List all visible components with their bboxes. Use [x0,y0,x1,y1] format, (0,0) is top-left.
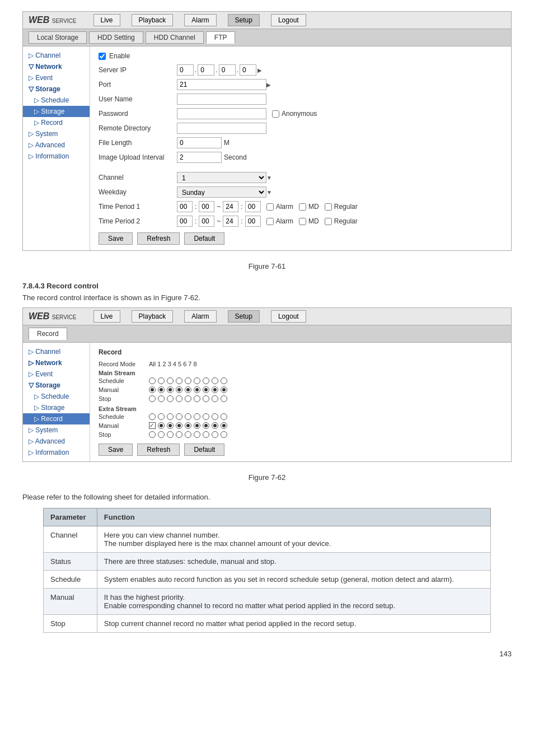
em-r7[interactable] [203,422,209,429]
sidebar2-schedule[interactable]: ▷ Schedule [23,391,90,402]
es-sched-r2[interactable] [158,413,165,420]
ms-stop-r8[interactable] [212,395,218,402]
ms-sched-r3[interactable] [167,377,174,384]
tp2-regular-checkbox[interactable] [325,218,332,225]
tp2-md-checkbox[interactable] [299,218,306,225]
mm-r1[interactable] [149,386,156,393]
tp1-alarm-checkbox[interactable] [266,203,274,211]
port-input[interactable] [177,79,266,90]
nav-setup[interactable]: Setup [228,14,260,26]
ms-stop-r6[interactable] [194,395,200,402]
default-button-1[interactable]: Default [184,232,224,245]
em-r9[interactable] [221,422,227,429]
sidebar2-event[interactable]: ▷ Event [23,368,90,380]
es-stop-r8[interactable] [212,431,218,438]
es-sched-r7[interactable] [203,413,209,420]
username-input[interactable] [177,94,266,105]
tp2-m1[interactable] [199,216,214,227]
tp1-m2[interactable] [245,201,261,212]
es-stop-r5[interactable] [185,431,191,438]
sidebar2-information[interactable]: ▷ Information [23,447,90,458]
sidebar-schedule[interactable]: ▷ Schedule [23,95,90,106]
em-r6[interactable] [194,422,200,429]
es-stop-r2[interactable] [158,431,165,438]
tp2-alarm-checkbox[interactable] [266,218,274,225]
ms-sched-r1[interactable] [149,377,156,384]
sidebar2-storage2[interactable]: ▷ Storage [23,402,90,413]
mm-r3[interactable] [167,386,174,393]
mm-r6[interactable] [194,386,200,393]
nav2-alarm[interactable]: Alarm [184,310,216,323]
nav2-setup[interactable]: Setup [228,310,260,323]
nav2-playback[interactable]: Playback [132,310,174,323]
es-stop-r3[interactable] [167,431,174,438]
es-stop-r1[interactable] [149,431,156,438]
nav2-logout[interactable]: Logout [271,310,306,323]
ms-sched-r9[interactable] [221,377,227,384]
es-stop-r9[interactable] [221,431,227,438]
tab-hdd-setting[interactable]: HDD Setting [89,31,143,44]
sidebar2-channel[interactable]: ▷ Channel [23,346,90,357]
em-r8[interactable] [212,422,218,429]
nav-live[interactable]: Live [93,14,120,26]
mm-r2[interactable] [158,386,165,393]
weekday-select[interactable]: Sunday [177,186,266,198]
ip-field-2[interactable] [198,64,214,76]
tp1-regular-checkbox[interactable] [325,203,332,211]
ms-sched-r8[interactable] [212,377,218,384]
tp1-md-checkbox[interactable] [299,203,306,211]
remote-dir-input[interactable] [177,123,266,134]
tp1-h2[interactable] [223,201,238,212]
password-input[interactable] [177,108,266,119]
sidebar2-network[interactable]: ▷ Network [23,357,90,368]
tp1-h1[interactable] [177,201,193,212]
em-r5[interactable] [185,422,191,429]
sidebar-record[interactable]: ▷ Record [23,117,90,128]
image-upload-input[interactable] [177,152,222,163]
channel-select[interactable]: 1 [177,172,266,183]
sidebar-channel[interactable]: ▷ Channel [23,50,90,61]
mm-r5[interactable] [185,386,191,393]
tab-hdd-channel[interactable]: HDD Channel [146,31,204,44]
mm-r7[interactable] [203,386,209,393]
em-r1[interactable] [149,422,156,429]
ms-sched-r5[interactable] [185,377,191,384]
ip-field-1[interactable] [177,64,194,76]
mm-r8[interactable] [212,386,218,393]
sidebar2-system[interactable]: ▷ System [23,424,90,436]
tp2-h1[interactable] [177,216,193,227]
em-r2[interactable] [158,422,165,429]
em-r3[interactable] [167,422,174,429]
tp2-h2[interactable] [223,216,238,227]
sidebar-storage2[interactable]: ▷ Storage [23,106,90,117]
sidebar2-advanced[interactable]: ▷ Advanced [23,436,90,447]
nav-alarm[interactable]: Alarm [184,14,216,26]
sidebar-system[interactable]: ▷ System [23,128,90,139]
sidebar-storage[interactable]: ▽ Storage [23,83,90,95]
ms-sched-r7[interactable] [203,377,209,384]
ms-stop-r7[interactable] [203,395,209,402]
mm-r9[interactable] [221,386,227,393]
ms-sched-r6[interactable] [194,377,200,384]
es-stop-r7[interactable] [203,431,209,438]
sidebar-network[interactable]: ▽ Network [23,61,90,72]
tp2-m2[interactable] [245,216,261,227]
em-r4[interactable] [176,422,182,429]
tab-local-storage[interactable]: Local Storage [29,31,87,44]
default-button-2[interactable]: Default [184,444,224,456]
es-sched-r6[interactable] [194,413,200,420]
es-sched-r3[interactable] [167,413,174,420]
nav-logout[interactable]: Logout [271,14,306,26]
ms-sched-r2[interactable] [158,377,165,384]
es-sched-r8[interactable] [212,413,218,420]
tab2-record[interactable]: Record [29,328,67,340]
ms-stop-r2[interactable] [158,395,165,402]
file-length-input[interactable] [177,137,222,148]
sidebar-advanced[interactable]: ▷ Advanced [23,139,90,151]
anonymous-checkbox[interactable] [272,110,279,118]
es-sched-r1[interactable] [149,413,156,420]
refresh-button-2[interactable]: Refresh [137,444,180,456]
mm-r4[interactable] [176,386,182,393]
ms-stop-r9[interactable] [221,395,227,402]
es-stop-r6[interactable] [194,431,200,438]
